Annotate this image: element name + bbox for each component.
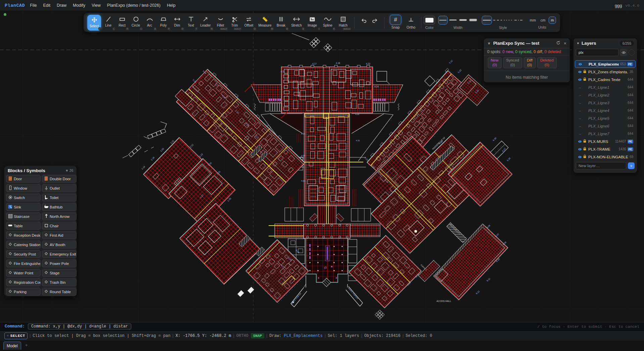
svg-text:4.18: 4.18 bbox=[336, 62, 340, 64]
svg-text:4.24: 4.24 bbox=[374, 85, 379, 88]
svg-text:4.29: 4.29 bbox=[355, 113, 359, 115]
svg-text:ACCES HALL: ACCES HALL bbox=[436, 300, 451, 302]
svg-text:4.31: 4.31 bbox=[356, 140, 360, 142]
svg-text:4.05: 4.05 bbox=[301, 133, 305, 135]
svg-text:4.02: 4.02 bbox=[301, 180, 305, 182]
svg-text:4.11: 4.11 bbox=[281, 70, 285, 73]
svg-text:4.04: 4.04 bbox=[301, 155, 305, 157]
svg-text:4.17: 4.17 bbox=[312, 63, 317, 65]
svg-text:4.23: 4.23 bbox=[366, 63, 370, 65]
